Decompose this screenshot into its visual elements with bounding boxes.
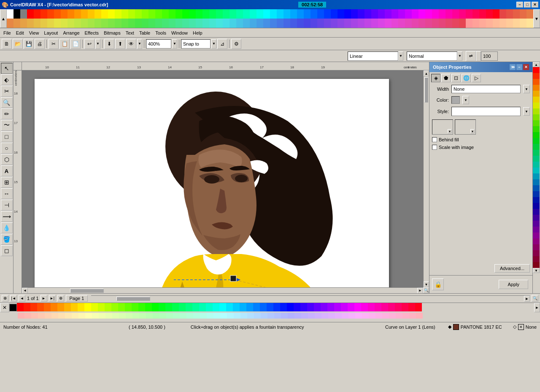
bottom-palette-cell[interactable] — [300, 303, 307, 311]
bottom-pastel-cell[interactable] — [294, 313, 301, 319]
palette-color-cell[interactable] — [243, 9, 250, 19]
palette-color-cell[interactable] — [452, 19, 459, 28]
palette-color-cell[interactable] — [371, 19, 378, 28]
bottom-pastel-cell[interactable] — [402, 313, 409, 319]
bottom-palette-cell[interactable] — [24, 303, 30, 311]
palette-color-cell[interactable] — [115, 9, 122, 19]
palette-color-cell[interactable] — [230, 28, 236, 28]
scroll-up-btn[interactable]: ▲ — [424, 70, 429, 76]
bottom-palette-cell[interactable] — [267, 303, 273, 311]
options-button[interactable]: ⚙ — [231, 39, 241, 49]
palette-color-cell[interactable] — [7, 9, 14, 19]
palette-color-cell[interactable] — [223, 9, 230, 19]
palette-color-cell[interactable] — [81, 9, 88, 19]
bottom-pastel-cell[interactable] — [51, 313, 58, 319]
palette-color-cell[interactable] — [155, 19, 162, 28]
bottom-pastel-cell[interactable] — [342, 313, 348, 319]
palette-color-cell[interactable] — [392, 19, 398, 28]
bottom-pastel-cell[interactable] — [126, 313, 132, 319]
bottom-palette-cell[interactable] — [179, 303, 186, 311]
palette-color-cell[interactable] — [94, 9, 101, 19]
menu-tools[interactable]: Tools — [153, 30, 169, 36]
dimension-tool[interactable]: ↔ — [1, 188, 13, 199]
bottom-pastel-cell[interactable] — [24, 313, 31, 319]
view-button[interactable]: 👁 — [126, 39, 136, 49]
select-tool[interactable]: ↖ — [1, 63, 13, 74]
color-strip-cell[interactable] — [533, 185, 540, 191]
palette-color-cell[interactable] — [122, 9, 128, 19]
bottom-pastel-cell[interactable] — [18, 313, 24, 319]
palette-color-cell[interactable] — [40, 9, 47, 19]
bottom-pastel-cell[interactable] — [159, 313, 166, 319]
bottom-palette-cell[interactable] — [57, 303, 64, 311]
palette-color-cell[interactable] — [20, 19, 27, 28]
bottom-pastel-cell[interactable] — [38, 313, 45, 319]
bottom-palette-cell[interactable] — [132, 303, 138, 311]
bottom-pastel-cell[interactable] — [166, 313, 173, 319]
reverse-transparency-btn[interactable]: ⇄ — [466, 51, 476, 61]
bottom-palette-cell[interactable] — [17, 303, 24, 311]
tab-outline[interactable]: ◈ — [431, 74, 440, 82]
palette-color-cell[interactable] — [432, 9, 439, 19]
bottom-palette-cell[interactable] — [199, 303, 206, 311]
style-box-2-arrow[interactable]: ▼ — [470, 129, 475, 133]
advanced-button[interactable]: Advanced... — [494, 264, 530, 273]
menu-bitmaps[interactable]: Bitmaps — [101, 30, 123, 36]
behind-fill-checkbox[interactable] — [432, 137, 437, 142]
bottom-pastel-cell[interactable] — [416, 313, 423, 319]
palette-color-cell[interactable] — [358, 9, 364, 19]
palette-color-cell[interactable] — [344, 28, 351, 28]
polygon-tool[interactable]: ⬡ — [1, 154, 13, 165]
palette-color-cell[interactable] — [284, 9, 290, 19]
palette-color-cell[interactable] — [223, 19, 230, 28]
bottom-palette-cell[interactable] — [287, 303, 294, 311]
bottom-pastel-cell[interactable] — [396, 313, 402, 319]
bottom-pastel-cell[interactable] — [146, 313, 153, 319]
bottom-palette-cell[interactable] — [368, 303, 375, 311]
palette-color-cell[interactable] — [20, 9, 27, 19]
color-strip-scroll-down[interactable]: ▼ — [533, 268, 540, 273]
color-strip-cell[interactable] — [533, 162, 540, 168]
bottom-palette-cell[interactable] — [64, 303, 71, 311]
palette-color-cell[interactable] — [209, 19, 216, 28]
palette-color-cell[interactable] — [506, 9, 513, 19]
color-strip-cell[interactable] — [533, 108, 540, 114]
palette-color-cell[interactable] — [452, 9, 459, 19]
palette-color-cell[interactable] — [34, 28, 40, 28]
bottom-palette-cell[interactable] — [206, 303, 213, 311]
transparency-type-arrow[interactable]: ▼ — [457, 51, 462, 61]
palette-color-cell[interactable] — [182, 28, 189, 28]
palette-color-cell[interactable] — [304, 19, 310, 28]
color-strip-cell[interactable] — [533, 120, 540, 126]
bottom-palette-cell[interactable] — [375, 303, 381, 311]
black-color-btn[interactable] — [9, 304, 17, 311]
palette-color-cell[interactable] — [392, 9, 398, 19]
palette-color-cell[interactable] — [284, 28, 290, 28]
palette-color-cell[interactable] — [297, 28, 304, 28]
dropper-tool[interactable]: 💧 — [1, 222, 13, 233]
palette-color-cell[interactable] — [310, 28, 317, 28]
bottom-pastel-cell[interactable] — [321, 313, 328, 319]
lock-button[interactable]: 🔒 — [432, 278, 444, 290]
palette-color-cell[interactable] — [81, 28, 88, 28]
prev-page-btn[interactable]: ◄ — [19, 295, 25, 302]
palette-scroll-up[interactable]: ▲ — [0, 9, 7, 28]
bottom-palette-cell[interactable] — [44, 303, 51, 311]
palette-color-cell[interactable] — [256, 19, 263, 28]
palette-color-cell[interactable] — [446, 19, 452, 28]
bottom-pastel-cell[interactable] — [328, 313, 335, 319]
palette-color-cell[interactable] — [385, 28, 392, 28]
color-strip-cell[interactable] — [533, 250, 540, 256]
bottom-pastel-cell[interactable] — [254, 313, 261, 319]
panel-expand-btn[interactable]: ≫ — [510, 64, 516, 70]
palette-color-cell[interactable] — [385, 9, 392, 19]
freehand-tool[interactable]: ✏ — [1, 108, 13, 119]
palette-color-cell[interactable] — [196, 28, 202, 28]
color-dropdown-arrow[interactable]: ▼ — [462, 96, 469, 104]
palette-color-cell[interactable] — [250, 9, 256, 19]
vertical-scrollbar[interactable]: ▲ ▼ — [423, 70, 429, 287]
bottom-pastel-cell[interactable] — [186, 313, 193, 319]
horizontal-scrollbar[interactable]: ◄ ► — [22, 287, 423, 293]
bottom-pastel-cell[interactable] — [78, 313, 85, 319]
palette-color-cell[interactable] — [250, 28, 256, 28]
